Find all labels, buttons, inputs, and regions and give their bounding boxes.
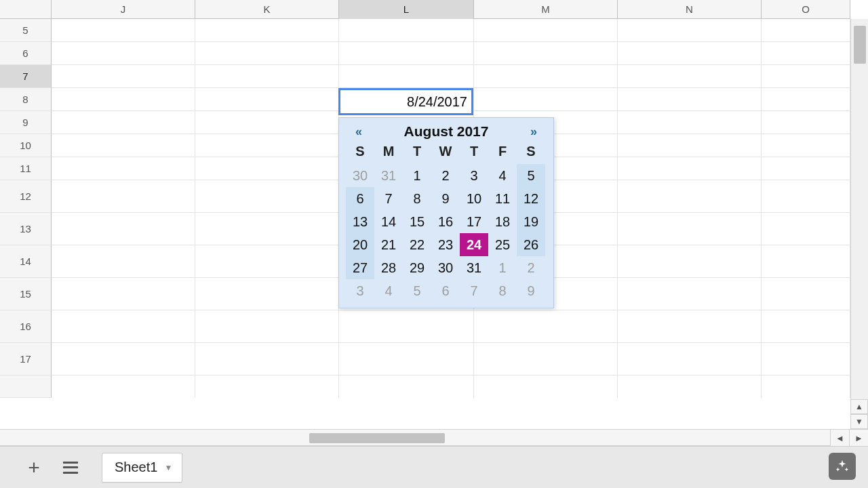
datepicker-day[interactable]: 27 <box>346 256 374 279</box>
datepicker-day[interactable]: 3 <box>346 279 374 302</box>
cell[interactable] <box>52 343 195 375</box>
cell[interactable] <box>474 42 618 65</box>
cell[interactable] <box>618 157 762 180</box>
datepicker-day[interactable]: 2 <box>431 164 460 187</box>
cell[interactable] <box>195 157 339 180</box>
datepicker-day[interactable]: 11 <box>488 187 517 210</box>
row-header[interactable]: 11 <box>0 157 52 180</box>
datepicker-day[interactable]: 30 <box>346 164 374 187</box>
row-header[interactable]: 9 <box>0 111 52 134</box>
row-header[interactable]: 10 <box>0 134 52 157</box>
cell[interactable] <box>474 88 618 111</box>
row-header[interactable]: 8 <box>0 88 52 111</box>
cell[interactable] <box>618 65 762 88</box>
cell[interactable] <box>474 375 618 398</box>
horizontal-scroll-left-button[interactable]: ◄ <box>830 430 849 447</box>
cell[interactable] <box>195 375 339 398</box>
cell[interactable] <box>195 245 339 278</box>
datepicker-day[interactable]: 23 <box>431 233 460 256</box>
datepicker-day[interactable]: 21 <box>374 233 403 256</box>
column-header[interactable]: J <box>52 0 195 19</box>
datepicker-month-title[interactable]: August 2017 <box>404 123 489 140</box>
explore-button[interactable] <box>829 453 856 480</box>
datepicker-day[interactable]: 31 <box>460 256 488 279</box>
cell[interactable] <box>195 88 339 111</box>
cell[interactable] <box>474 19 618 42</box>
horizontal-scrollbar-thumb[interactable] <box>309 433 445 443</box>
row-header[interactable]: 13 <box>0 213 52 245</box>
cell[interactable] <box>762 245 850 278</box>
cell[interactable] <box>618 245 762 278</box>
datepicker-day[interactable]: 10 <box>460 187 488 210</box>
datepicker-day-selected[interactable]: 24 <box>460 233 488 256</box>
datepicker-day[interactable]: 13 <box>346 210 374 233</box>
sheet-tab-menu-button[interactable]: ▼ <box>164 463 172 472</box>
cell[interactable] <box>762 213 850 245</box>
cell[interactable] <box>762 343 850 375</box>
datepicker-day[interactable]: 3 <box>460 164 488 187</box>
datepicker-prev-month-button[interactable]: « <box>349 125 369 139</box>
cell[interactable] <box>195 134 339 157</box>
datepicker-day[interactable]: 19 <box>517 210 545 233</box>
row-header[interactable]: 16 <box>0 310 52 343</box>
datepicker-day[interactable]: 2 <box>517 256 545 279</box>
cell[interactable] <box>52 310 195 343</box>
cell[interactable] <box>618 42 762 65</box>
cell[interactable] <box>339 375 474 398</box>
column-header[interactable]: N <box>618 0 762 19</box>
vertical-scrollbar[interactable] <box>850 19 868 428</box>
cell[interactable] <box>618 180 762 213</box>
cell[interactable] <box>195 42 339 65</box>
datepicker-day[interactable]: 18 <box>488 210 517 233</box>
cell[interactable] <box>618 134 762 157</box>
datepicker-day[interactable]: 5 <box>403 279 431 302</box>
datepicker-day[interactable]: 16 <box>431 210 460 233</box>
sheet-tab[interactable]: Sheet1 ▼ <box>102 453 182 483</box>
cell[interactable] <box>618 88 762 111</box>
column-header[interactable]: L <box>339 0 474 19</box>
cell[interactable] <box>52 19 195 42</box>
cell[interactable] <box>618 19 762 42</box>
row-header[interactable]: 6 <box>0 42 52 65</box>
cell[interactable] <box>474 343 618 375</box>
cell[interactable] <box>618 343 762 375</box>
cell-input[interactable] <box>340 90 471 113</box>
row-header[interactable]: 17 <box>0 343 52 375</box>
cell[interactable] <box>52 180 195 213</box>
cell[interactable] <box>52 278 195 310</box>
datepicker-day[interactable]: 7 <box>460 279 488 302</box>
datepicker-next-month-button[interactable]: » <box>524 125 544 139</box>
cell[interactable] <box>618 310 762 343</box>
datepicker-day[interactable]: 1 <box>403 164 431 187</box>
cell[interactable] <box>195 180 339 213</box>
datepicker-day[interactable]: 31 <box>374 164 403 187</box>
cell[interactable] <box>52 213 195 245</box>
cell[interactable] <box>762 310 850 343</box>
datepicker-day[interactable]: 1 <box>488 256 517 279</box>
cell[interactable] <box>52 42 195 65</box>
cell[interactable] <box>339 65 474 88</box>
cell[interactable] <box>195 65 339 88</box>
datepicker-day[interactable]: 30 <box>431 256 460 279</box>
cell[interactable] <box>762 65 850 88</box>
datepicker-day[interactable]: 15 <box>403 210 431 233</box>
column-header[interactable]: K <box>195 0 339 19</box>
cell[interactable] <box>618 111 762 134</box>
cell[interactable] <box>195 278 339 310</box>
horizontal-scrollbar[interactable] <box>52 430 810 447</box>
select-all-corner[interactable] <box>0 0 52 18</box>
horizontal-scroll-right-button[interactable]: ► <box>849 430 868 447</box>
cell[interactable] <box>618 278 762 310</box>
cell[interactable] <box>339 19 474 42</box>
datepicker-day[interactable]: 6 <box>346 187 374 210</box>
cell[interactable] <box>195 111 339 134</box>
datepicker-day[interactable]: 25 <box>488 233 517 256</box>
datepicker-day[interactable]: 9 <box>431 187 460 210</box>
cell[interactable] <box>762 278 850 310</box>
all-sheets-button[interactable] <box>57 454 84 481</box>
datepicker-day[interactable]: 20 <box>346 233 374 256</box>
cell[interactable] <box>762 375 850 398</box>
active-cell-editor[interactable] <box>338 88 473 115</box>
datepicker-day[interactable]: 9 <box>517 279 545 302</box>
cell[interactable] <box>52 111 195 134</box>
